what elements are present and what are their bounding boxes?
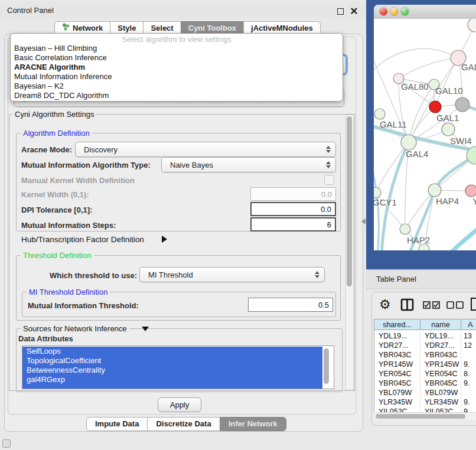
node-label: Y	[472, 196, 476, 206]
hub-section-label: Hub/Transcription Factor Definition	[21, 235, 144, 244]
kernel-width-field[interactable]: 0.0	[250, 187, 336, 201]
unchecked-pair-icon[interactable]	[446, 301, 464, 309]
algorithm-dropdown-list: Select algorithm to view settings Bayesi…	[10, 33, 343, 102]
node-selected-red[interactable]	[429, 101, 441, 113]
node-gal4[interactable]	[401, 135, 416, 150]
mi-threshold-label: Mutual Information Threshold:	[28, 301, 139, 310]
collapse-arrow-icon[interactable]	[142, 327, 149, 331]
list-scrollbar-thumb[interactable]	[324, 348, 329, 384]
dropdown-item[interactable]: Bayesian – Hill Climbing	[14, 44, 97, 53]
node-table[interactable]: shared... name A YDL19... YDL19... 13 YD…	[374, 319, 476, 413]
network-tab-icon	[62, 22, 70, 34]
network-canvas[interactable]: GAL GAL80 GAL10 GAL11 GAL1 SWI4 GAL4 GCY…	[374, 19, 476, 250]
dropdown-item[interactable]: Basic Correlation Inference	[14, 53, 107, 63]
node-label: GAL1	[436, 113, 459, 123]
expand-arrow-icon[interactable]	[162, 236, 167, 243]
list-item[interactable]: SelfLoops	[22, 347, 322, 356]
apply-button[interactable]: Apply	[158, 397, 201, 412]
manual-kernel-checkbox[interactable]	[324, 175, 334, 185]
document-icon[interactable]	[470, 297, 476, 311]
close-icon[interactable]	[350, 7, 358, 15]
column-header[interactable]: shared...	[374, 319, 420, 330]
checked-pair-icon[interactable]	[423, 301, 441, 309]
table-panel-title: Table Panel	[376, 270, 416, 288]
dropdown-placeholder: Select algorithm to view settings	[11, 35, 343, 44]
window-close-button[interactable]	[380, 8, 387, 15]
network-window-titlebar[interactable]	[374, 5, 476, 19]
node-gal1[interactable]	[442, 123, 455, 136]
node-gcy1[interactable]	[374, 187, 381, 198]
node-gray[interactable]	[455, 97, 470, 112]
list-item[interactable]: BetweennessCentrality	[22, 366, 322, 375]
aracne-mode-label: Aracne Mode:	[21, 145, 72, 154]
table-hscrollbar-thumb[interactable]	[376, 414, 465, 419]
dropdown-item[interactable]: Dream8 DC_TDC Algorithm	[14, 91, 109, 100]
stepper-arrows-icon	[326, 146, 331, 153]
dropdown-item[interactable]: Bayesian – K2	[14, 81, 64, 91]
node-label: GCY1	[374, 197, 397, 207]
window-minimize-button[interactable]	[390, 8, 398, 15]
list-item[interactable]: gal4RGexp	[22, 375, 322, 384]
manual-kernel-label: Manual Kernel Width Definition	[21, 176, 135, 185]
column-header[interactable]: name	[420, 319, 461, 330]
control-panel-title: Control Panel	[7, 6, 54, 15]
dpi-tolerance-label: DPI Tolerance [0,1]:	[21, 206, 92, 214]
node-partial-top[interactable]	[468, 19, 476, 32]
mi-steps-field[interactable]: 6	[250, 217, 336, 231]
tab-discretize-data[interactable]: Discretize Data	[147, 417, 220, 431]
aracne-mode-combo[interactable]: Discovery	[75, 142, 336, 157]
minimized-panel-icon[interactable]	[2, 439, 11, 448]
which-threshold-label: Which threshold to use:	[50, 271, 137, 280]
data-attributes-label: Data Attributes	[18, 334, 73, 343]
columns-icon[interactable]	[400, 298, 415, 312]
tab-network-label: Network	[73, 22, 103, 34]
mi-type-label: Mutual Information Algorithm Type:	[21, 161, 151, 169]
node-label: GAL10	[435, 86, 463, 96]
mi-threshold-field[interactable]: 0.5	[248, 298, 333, 312]
node-label: GAL80	[401, 81, 429, 92]
node-label: GAL4	[406, 149, 428, 159]
data-attributes-list: SelfLoops TopologicalCoefficient Between…	[22, 345, 334, 389]
tab-impute-data[interactable]: Impute Data	[86, 417, 148, 431]
settings-group-title: Cyni Algorithm Settings	[12, 110, 96, 119]
node-pink-right[interactable]	[465, 185, 476, 197]
gear-icon[interactable]: ⚙	[379, 297, 391, 312]
node-gal11[interactable]	[374, 109, 385, 119]
mi-threshold-group-title: MI Threshold Definition	[27, 288, 110, 296]
settings-scrollbar-thumb[interactable]	[347, 116, 352, 286]
window-zoom-button[interactable]	[401, 8, 409, 15]
float-icon[interactable]	[337, 8, 344, 15]
dropdown-item-aracne[interactable]: ARACNE Algorithm	[14, 63, 85, 72]
screenshot-root: Control Panel Network Style Select Cyni …	[0, 0, 476, 450]
algorithm-definition-title: Algorithm Definition	[21, 129, 92, 138]
kernel-width-label: Kernel Width (0,1):	[21, 190, 89, 199]
stepper-arrows-icon	[315, 271, 319, 278]
dpi-tolerance-field[interactable]: 0.0	[250, 202, 336, 216]
node-hap2[interactable]	[400, 224, 410, 234]
table-panel-titlebar: Table Panel	[366, 269, 476, 289]
node-label: HAP4	[436, 196, 459, 206]
cyni-bottom-tabbar: Impute Data Discretize Data Infer Networ…	[86, 417, 286, 431]
mi-steps-label: Mutual Information Steps:	[21, 221, 116, 230]
table-hscrollbar-track[interactable]	[374, 412, 476, 420]
list-item-partial[interactable]	[22, 384, 322, 389]
column-header[interactable]: A	[461, 319, 476, 330]
stepper-arrows-icon	[326, 161, 331, 168]
threshold-definition-title: Threshold Definition	[21, 251, 94, 260]
mi-type-combo[interactable]: Naive Bayes	[161, 157, 336, 172]
which-threshold-combo[interactable]: MI Threshold	[139, 267, 325, 282]
sources-group-title: Sources for Network Inference	[21, 324, 129, 333]
node-hap4[interactable]	[428, 184, 441, 197]
control-panel-titlebar: Control Panel	[0, 2, 366, 19]
list-item[interactable]: TopologicalCoefficient	[22, 356, 322, 366]
node-label: GAL11	[380, 119, 407, 129]
node-label: GAL	[461, 62, 476, 72]
node-label: HAP2	[407, 235, 430, 245]
node-label: SWI4	[450, 136, 472, 146]
dropdown-item[interactable]: Mutual Information Inference	[14, 72, 112, 81]
tab-infer-network[interactable]: Infer Network	[220, 417, 286, 431]
panel-divider-grip[interactable]	[361, 219, 366, 224]
